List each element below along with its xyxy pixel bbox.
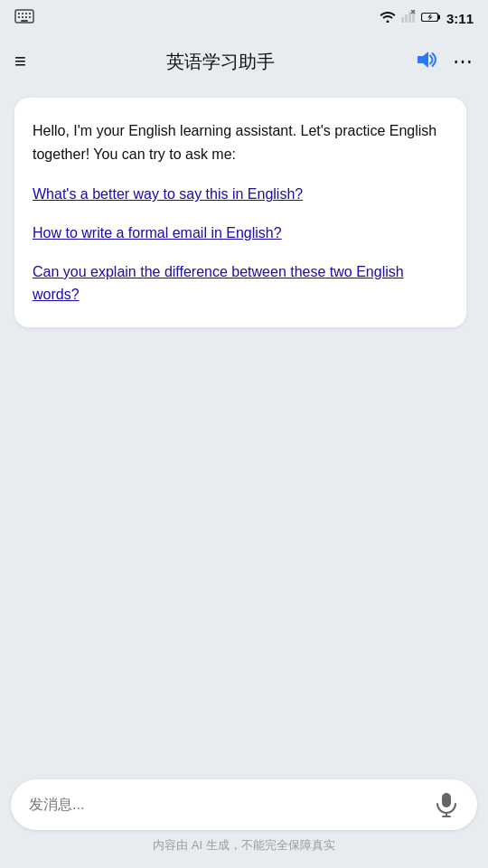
svg-rect-2 — [22, 13, 23, 14]
wifi-icon — [380, 10, 396, 26]
svg-marker-18 — [418, 52, 428, 68]
svg-rect-10 — [401, 17, 404, 23]
svg-rect-12 — [408, 12, 411, 23]
svg-rect-5 — [18, 16, 20, 18]
status-time: 3:11 — [446, 11, 474, 26]
svg-rect-1 — [18, 13, 20, 14]
svg-rect-4 — [29, 13, 31, 14]
disclaimer: 内容由 AI 生成，不能完全保障真实 — [0, 837, 488, 868]
main-scroll: Hello, I'm your English learning assista… — [0, 87, 488, 868]
svg-rect-7 — [25, 16, 27, 18]
svg-rect-3 — [25, 13, 27, 14]
toolbar: ≡ 英语学习助手 ⋯ — [0, 36, 488, 87]
bottom-section: 内容由 AI 生成，不能完全保障真实 — [0, 779, 488, 868]
svg-rect-6 — [22, 16, 23, 18]
svg-rect-8 — [29, 16, 31, 18]
message-input[interactable] — [29, 797, 430, 813]
message-bubble: Hello, I'm your English learning assista… — [14, 98, 466, 327]
suggestion-link-3[interactable]: Can you explain the difference between t… — [33, 261, 448, 307]
menu-button[interactable]: ≡ — [14, 52, 26, 71]
message-intro: Hello, I'm your English learning assista… — [33, 119, 448, 165]
signal-icon — [401, 10, 416, 26]
mic-button[interactable] — [430, 788, 463, 821]
app-container: 3:11 ≡ 英语学习助手 ⋯ Hello, I'm your English … — [0, 0, 488, 868]
toolbar-right: ⋯ — [415, 50, 474, 73]
svg-rect-11 — [405, 14, 408, 23]
svg-rect-17 — [437, 15, 440, 20]
keyboard-icon — [14, 9, 34, 28]
battery-icon — [421, 10, 441, 26]
toolbar-left: ≡ — [14, 52, 26, 71]
suggestion-link-2[interactable]: How to write a formal email in English? — [33, 222, 448, 245]
status-bar: 3:11 — [0, 0, 488, 36]
input-bar — [11, 779, 477, 830]
svg-rect-19 — [442, 793, 451, 807]
more-button[interactable]: ⋯ — [453, 50, 474, 73]
toolbar-title: 英语学习助手 — [26, 50, 415, 74]
suggestion-link-1[interactable]: What's a better way to say this in Engli… — [33, 184, 448, 206]
volume-button[interactable] — [415, 50, 438, 73]
svg-rect-9 — [21, 20, 28, 22]
status-icons: 3:11 — [380, 10, 474, 26]
